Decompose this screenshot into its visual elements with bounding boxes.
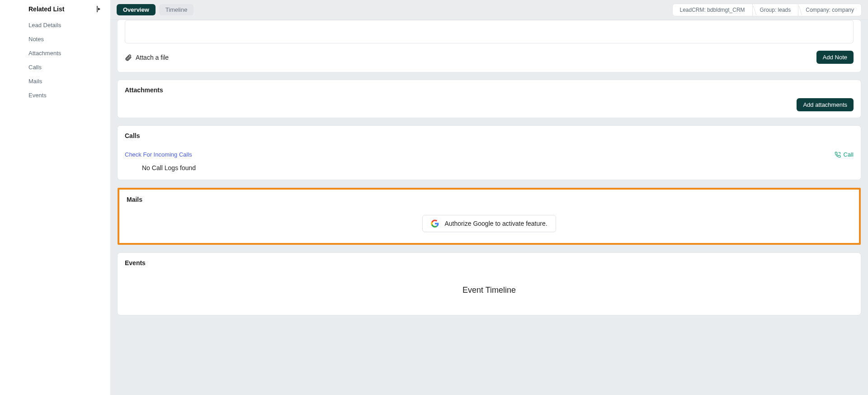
sidebar-item-calls[interactable]: Calls [0, 60, 110, 74]
sidebar-item-attachments[interactable]: Attachments [0, 46, 110, 60]
mails-highlight-frame: Mails Authorize Google to activate featu… [118, 188, 861, 245]
sidebar-item-notes[interactable]: Notes [0, 32, 110, 46]
attachments-card: Attachments Add attachments [118, 80, 861, 118]
tab-timeline[interactable]: Timeline [159, 4, 194, 15]
authorize-google-label: Authorize Google to activate feature. [444, 220, 547, 227]
attach-file-label: Attach a file [136, 54, 169, 61]
breadcrumb-label: LeadCRM: bdbldmgt_CRM [680, 7, 745, 13]
paperclip-icon [125, 54, 132, 61]
events-card: Events Event Timeline [118, 253, 861, 315]
add-attachments-button[interactable]: Add attachments [797, 98, 854, 111]
tabs: Overview Timeline [117, 4, 193, 15]
sidebar-item-label: Events [28, 92, 47, 99]
breadcrumb-label: Company: company [806, 7, 854, 13]
mails-card: Mails Authorize Google to activate featu… [119, 190, 859, 243]
tab-label: Timeline [165, 6, 188, 13]
sidebar-header: Related List [0, 5, 110, 15]
sidebar-item-label: Lead Details [28, 22, 61, 29]
breadcrumb-crm[interactable]: LeadCRM: bdbldmgt_CRM [673, 4, 752, 16]
sidebar-item-label: Calls [28, 64, 42, 71]
sidebar-item-label: Notes [28, 36, 44, 43]
events-title: Events [125, 259, 854, 267]
events-body: Event Timeline [125, 267, 854, 309]
breadcrumb-company[interactable]: Company: company [798, 4, 861, 16]
breadcrumb-group[interactable]: Group: leads [752, 4, 798, 16]
tab-overview[interactable]: Overview [117, 4, 156, 15]
note-textarea[interactable] [125, 20, 854, 43]
notes-card: Attach a file Add Note [118, 20, 861, 72]
calls-title: Calls [125, 132, 854, 139]
notes-actions-row: Attach a file Add Note [125, 51, 854, 64]
sidebar-item-label: Attachments [28, 50, 61, 57]
tab-label: Overview [123, 6, 149, 13]
check-incoming-calls-link[interactable]: Check For Incoming Calls [125, 151, 192, 158]
sidebar-items: Lead Details Notes Attachments Calls Mai… [0, 15, 110, 102]
sidebar-title: Related List [28, 5, 64, 13]
calls-card: Calls Check For Incoming Calls Call No C… [118, 126, 861, 180]
mails-title: Mails [127, 196, 852, 203]
sidebar-item-events[interactable]: Events [0, 88, 110, 102]
attachments-title: Attachments [125, 86, 854, 94]
call-button[interactable]: Call [835, 151, 854, 158]
calls-empty-text: No Call Logs found [125, 158, 854, 173]
attach-file-button[interactable]: Attach a file [125, 54, 169, 61]
sidebar-item-label: Mails [28, 78, 42, 85]
topbar: Overview Timeline LeadCRM: bdbldmgt_CRM … [110, 0, 868, 20]
sidebar-item-mails[interactable]: Mails [0, 74, 110, 88]
main: Overview Timeline LeadCRM: bdbldmgt_CRM … [110, 0, 868, 395]
authorize-google-button[interactable]: Authorize Google to activate feature. [422, 215, 556, 232]
breadcrumb: LeadCRM: bdbldmgt_CRM Group: leads Compa… [672, 4, 862, 16]
sidebar-item-lead-details[interactable]: Lead Details [0, 18, 110, 32]
sidebar: Related List Lead Details Notes Attachme… [0, 0, 110, 395]
phone-icon [835, 152, 841, 158]
google-icon [431, 219, 439, 228]
call-button-label: Call [844, 151, 854, 158]
content: Attach a file Add Note Attachments Add a… [110, 20, 868, 395]
breadcrumb-label: Group: leads [760, 7, 791, 13]
sidebar-collapse-icon[interactable] [97, 6, 102, 12]
add-note-button[interactable]: Add Note [816, 51, 854, 64]
